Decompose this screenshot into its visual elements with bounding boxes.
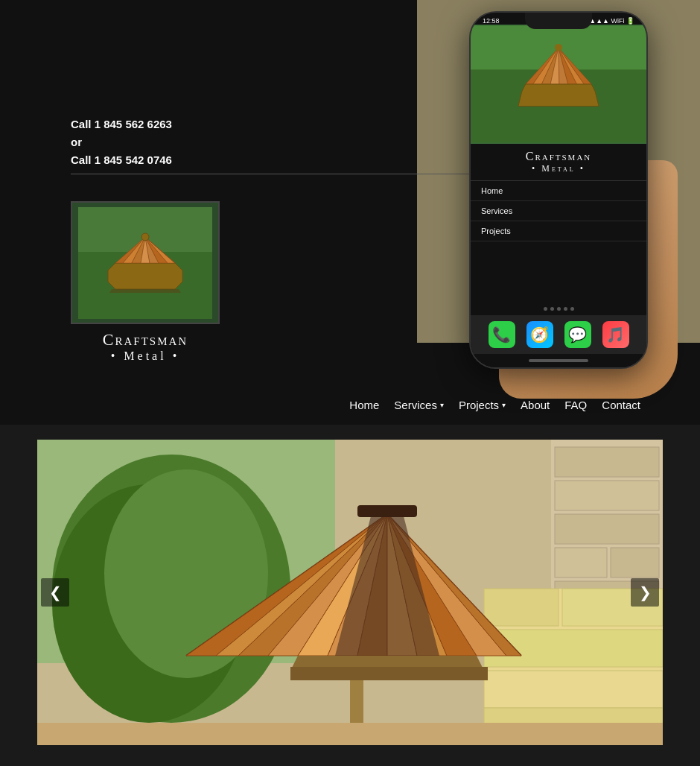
phone-nav-services: Services bbox=[471, 201, 646, 221]
projects-chevron-icon: ▾ bbox=[502, 401, 506, 409]
image-carousel: ❮ ❯ bbox=[37, 440, 663, 745]
svg-rect-41 bbox=[484, 671, 663, 708]
nav-item-faq[interactable]: FAQ bbox=[564, 399, 587, 411]
svg-point-11 bbox=[141, 233, 149, 241]
carousel-dot-indicators bbox=[0, 760, 700, 766]
phone-home-bar bbox=[471, 354, 646, 367]
nav-item-projects[interactable]: Projects ▾ bbox=[459, 399, 506, 411]
contact-info: Call 1 845 562 6263 or Call 1 845 542 07… bbox=[71, 115, 172, 169]
svg-rect-34 bbox=[555, 548, 607, 577]
carousel-prev-button[interactable]: ❮ bbox=[41, 578, 69, 607]
nav-item-services[interactable]: Services ▾ bbox=[394, 399, 444, 411]
phone-app-phone: 📞 bbox=[489, 321, 515, 348]
carousel-next-button[interactable]: ❯ bbox=[631, 578, 659, 607]
svg-point-24 bbox=[555, 44, 562, 51]
nav-item-home[interactable]: Home bbox=[349, 399, 379, 411]
phone-nav-projects: Projects bbox=[471, 221, 646, 241]
top-section: Call 1 845 562 6263 or Call 1 845 542 07… bbox=[0, 0, 700, 425]
phone-time: 12:58 bbox=[483, 17, 500, 25]
carousel-slide bbox=[37, 440, 663, 745]
phone-mockup: 12:58 ▲▲▲ WiFi 🔋 bbox=[469, 11, 655, 376]
phone-number-2: Call 1 845 542 0746 bbox=[71, 151, 172, 169]
brand-sub: • Metal • bbox=[103, 349, 188, 363]
svg-rect-32 bbox=[555, 481, 659, 510]
contact-or: or bbox=[71, 133, 172, 151]
phone-signal: ▲▲▲ WiFi 🔋 bbox=[589, 17, 634, 25]
main-content: ❮ ❯ bbox=[0, 440, 700, 766]
phone-notch bbox=[525, 13, 592, 29]
phone-body: 12:58 ▲▲▲ WiFi 🔋 bbox=[469, 11, 648, 369]
phone-nav-menu: Home Services Projects bbox=[471, 181, 646, 303]
phone-number-1: Call 1 845 562 6263 bbox=[71, 115, 172, 133]
nav-item-contact[interactable]: Contact bbox=[602, 399, 640, 411]
svg-marker-12 bbox=[109, 289, 181, 293]
services-chevron-icon: ▾ bbox=[440, 401, 444, 409]
phone-app-messages: 💬 bbox=[564, 321, 591, 348]
svg-rect-62 bbox=[290, 667, 488, 680]
phone-brand-text: Craftsman • Metal • bbox=[471, 144, 646, 181]
phone-home-indicator bbox=[529, 359, 588, 362]
brand-name: Craftsman bbox=[103, 330, 188, 349]
svg-rect-35 bbox=[611, 548, 659, 577]
svg-rect-38 bbox=[484, 589, 559, 626]
phone-nav-home: Home bbox=[471, 181, 646, 201]
svg-rect-31 bbox=[555, 447, 659, 477]
svg-marker-2 bbox=[108, 263, 182, 289]
main-nav: Home Services ▾ Projects ▾ About FAQ Con… bbox=[349, 399, 640, 411]
nav-item-about[interactable]: About bbox=[521, 399, 550, 411]
logo-text: Craftsman • Metal • bbox=[103, 330, 188, 363]
phone-screen: 12:58 ▲▲▲ WiFi 🔋 bbox=[471, 13, 646, 367]
svg-marker-23 bbox=[518, 84, 599, 107]
phone-app-safari: 🧭 bbox=[526, 321, 553, 348]
phone-hero-image bbox=[471, 25, 646, 144]
svg-rect-63 bbox=[37, 723, 663, 745]
logo-image bbox=[71, 201, 220, 324]
phone-app-music: 🎵 bbox=[602, 321, 629, 348]
phone-app-dock: 📞 🧭 💬 🎵 bbox=[471, 315, 646, 354]
logo-area: Craftsman • Metal • bbox=[71, 201, 220, 363]
svg-rect-33 bbox=[555, 514, 659, 544]
phone-page-dots bbox=[471, 303, 646, 315]
svg-rect-60 bbox=[357, 505, 417, 517]
